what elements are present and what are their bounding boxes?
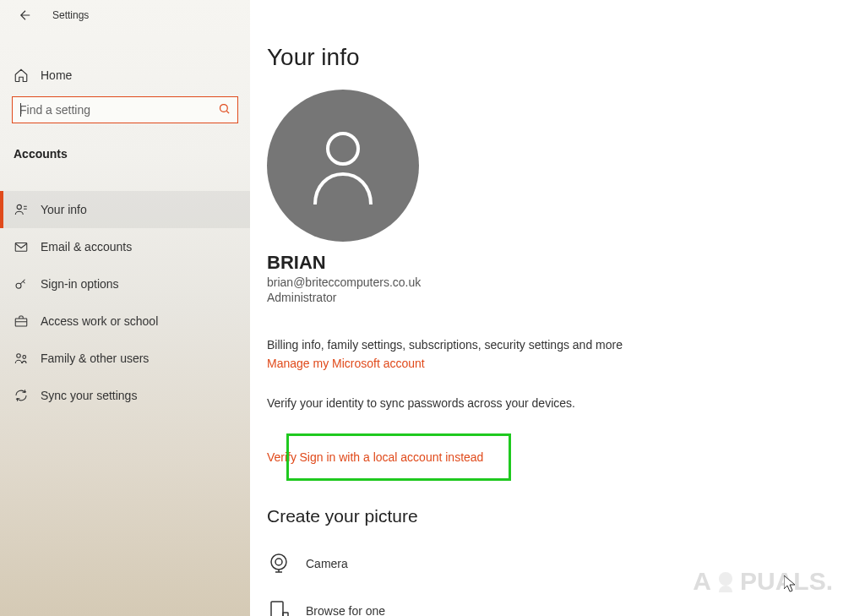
svg-point-5 — [17, 354, 21, 358]
email-icon — [14, 239, 29, 254]
svg-point-7 — [328, 134, 358, 164]
sidebar-home-label: Home — [41, 68, 72, 82]
key-icon — [14, 276, 29, 292]
browse-icon — [267, 599, 291, 616]
sidebar-item-label: Sync your settings — [41, 389, 137, 402]
watermark-logo-icon — [713, 569, 738, 594]
sidebar-item-signin[interactable]: Sign-in options — [0, 265, 250, 303]
svg-point-3 — [16, 283, 21, 288]
user-role: Administrator — [267, 291, 848, 304]
sidebar-item-work[interactable]: Access work or school — [0, 303, 250, 340]
sidebar-item-email[interactable]: Email & accounts — [0, 228, 250, 265]
manage-account-link[interactable]: Manage my Microsoft account — [267, 357, 425, 370]
home-icon — [14, 68, 29, 83]
window-title: Settings — [52, 9, 89, 21]
your-info-icon — [14, 202, 29, 217]
back-button[interactable] — [17, 7, 34, 24]
sidebar-item-label: Access work or school — [41, 314, 158, 328]
local-account-link[interactable]: Sign in with a local account instead — [299, 450, 483, 464]
sidebar-item-label: Family & other users — [41, 352, 149, 365]
text-cursor — [20, 103, 21, 117]
sidebar: Settings Home Accounts Your — [0, 0, 250, 616]
nav-list: Your info Email & accounts Sign-in optio… — [0, 191, 250, 414]
mouse-cursor-icon — [784, 575, 797, 592]
svg-rect-4 — [15, 319, 27, 326]
username: BRIAN — [267, 252, 848, 274]
svg-rect-2 — [15, 243, 27, 252]
sidebar-item-your-info[interactable]: Your info — [0, 191, 250, 228]
search-box[interactable] — [12, 96, 238, 123]
sidebar-item-label: Sign-in options — [41, 277, 119, 291]
page-title: Your info — [267, 44, 848, 71]
picture-option-label: Camera — [306, 557, 348, 570]
sidebar-section-header: Accounts — [0, 135, 250, 171]
billing-info-text: Billing info, family settings, subscript… — [267, 338, 848, 352]
search-input[interactable] — [19, 103, 218, 117]
avatar — [267, 90, 419, 242]
picture-section-title: Create your picture — [267, 506, 848, 526]
family-icon — [14, 351, 29, 366]
camera-icon — [267, 552, 291, 575]
back-arrow-icon — [18, 8, 33, 23]
sidebar-item-label: Your info — [41, 203, 87, 216]
sync-icon — [14, 388, 29, 403]
main-content: Your info BRIAN brian@briteccomputers.co… — [250, 0, 865, 616]
verify-text: Verify your identity to sync passwords a… — [267, 396, 848, 410]
briefcase-icon — [14, 313, 29, 329]
picture-option-label: Browse for one — [306, 604, 385, 616]
titlebar: Settings — [0, 0, 250, 30]
svg-point-9 — [275, 559, 282, 565]
svg-rect-11 — [283, 613, 288, 616]
search-icon — [218, 102, 231, 118]
svg-point-8 — [271, 554, 286, 570]
user-email: brian@briteccomputers.co.uk — [267, 275, 848, 289]
highlight-box: Sign in with a local account instead — [286, 433, 511, 481]
sidebar-item-label: Email & accounts — [41, 240, 132, 253]
svg-point-1 — [17, 204, 21, 209]
search-container — [0, 93, 250, 135]
sidebar-item-family[interactable]: Family & other users — [0, 340, 250, 377]
svg-point-6 — [23, 356, 26, 359]
sidebar-item-sync[interactable]: Sync your settings — [0, 377, 250, 414]
svg-rect-10 — [271, 602, 283, 616]
svg-point-12 — [719, 572, 732, 586]
watermark: A PUALS. — [693, 567, 833, 596]
svg-point-0 — [220, 104, 228, 112]
sidebar-home[interactable]: Home — [0, 57, 250, 93]
person-icon — [305, 123, 381, 208]
